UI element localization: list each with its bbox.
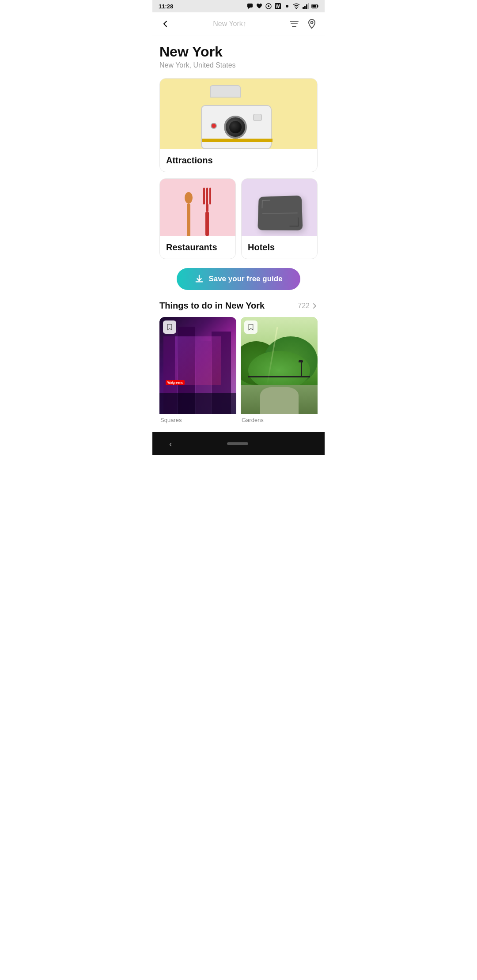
w-icon: W [274, 3, 281, 10]
svg-rect-13 [318, 5, 318, 7]
fork-icon [203, 188, 211, 236]
bottom-bar: ‹ [152, 432, 325, 455]
restaurants-card[interactable]: Restaurants [159, 178, 236, 259]
central-park-label: Gardens [241, 417, 318, 423]
svg-point-5 [286, 5, 288, 8]
top-nav: New York↑ [152, 12, 325, 35]
system-home-pill[interactable] [227, 442, 248, 445]
system-back-button[interactable]: ‹ [166, 435, 176, 452]
filter-icon [289, 19, 299, 29]
location-icon [307, 19, 317, 29]
hotels-label: Hotels [242, 236, 317, 259]
download-icon [194, 274, 204, 284]
svg-rect-0 [247, 4, 253, 8]
times-square-item[interactable]: Walgreens Squares [159, 317, 236, 423]
back-button[interactable] [159, 18, 171, 30]
camera-stripe [202, 139, 273, 142]
things-to-do-count-button[interactable]: 722 [298, 302, 318, 310]
small-card-row: Restaurants Hotels [159, 178, 318, 259]
svg-point-2 [268, 5, 269, 7]
page-content: New York New York, United States Attract… [152, 35, 325, 423]
filter-button[interactable] [288, 18, 300, 30]
things-to-do-title: Things to do in New York [159, 301, 265, 311]
camera-lens [224, 116, 247, 139]
save-guide-label: Save your free guide [208, 275, 282, 283]
camera-lens-inner [229, 121, 242, 133]
bookmark-icon-1 [166, 324, 173, 331]
count-number: 722 [298, 302, 310, 310]
pillow-illustration [255, 192, 304, 236]
central-park-item[interactable]: Gardens [241, 317, 318, 423]
heart-icon [256, 3, 263, 10]
svg-rect-9 [306, 4, 307, 9]
times-square-label: Squares [159, 417, 236, 423]
signal-icon [302, 3, 309, 10]
back-arrow-icon [160, 19, 170, 29]
hotels-image [242, 179, 317, 236]
camera-body [201, 105, 272, 149]
camera-button [211, 123, 217, 129]
bookmark-icon-2 [247, 324, 254, 331]
city-location: New York, United States [159, 61, 318, 69]
times-square-bookmark[interactable] [163, 320, 176, 334]
utensils-illustration [180, 188, 216, 236]
guide-button-wrap: Save your free guide [159, 268, 318, 290]
attractions-card[interactable]: Attractions [159, 78, 318, 172]
location-button[interactable] [306, 18, 318, 30]
central-park-image [241, 317, 318, 414]
restaurants-label: Restaurants [160, 236, 235, 259]
svg-rect-10 [308, 3, 309, 9]
camera-top [210, 85, 241, 98]
dot-icon [284, 3, 291, 10]
camera-illustration [201, 85, 276, 149]
attractions-label: Attractions [160, 149, 317, 172]
pillow-shape [257, 196, 303, 230]
camera-flash [253, 114, 262, 121]
city-name: New York [159, 44, 318, 60]
save-guide-button[interactable]: Save your free guide [177, 268, 300, 290]
restaurants-image [160, 179, 235, 236]
status-time: 11:28 [159, 3, 173, 10]
times-square-image: Walgreens [159, 317, 236, 414]
svg-rect-7 [303, 7, 304, 9]
section-header: Things to do in New York 722 [159, 301, 318, 311]
nav-title: New York↑ [213, 20, 246, 28]
svg-rect-8 [304, 6, 306, 9]
status-bar: 11:28 W [152, 0, 325, 12]
chat-icon [246, 3, 254, 10]
svg-point-6 [296, 8, 297, 9]
svg-point-17 [311, 21, 313, 23]
svg-rect-12 [312, 5, 316, 8]
cp-lamppost [301, 360, 302, 377]
status-icons: W [246, 3, 318, 10]
wifi-icon [293, 3, 300, 10]
hotels-card[interactable]: Hotels [241, 178, 318, 259]
central-park-bookmark[interactable] [244, 320, 257, 334]
spoon-icon [185, 192, 193, 236]
attractions-image [160, 79, 317, 149]
nav-actions [288, 18, 318, 30]
circle-icon [265, 3, 272, 10]
battery-icon [311, 3, 318, 10]
chevron-right-icon [311, 303, 318, 309]
svg-text:W: W [276, 4, 280, 9]
photo-grid: Walgreens Squares [159, 317, 318, 423]
